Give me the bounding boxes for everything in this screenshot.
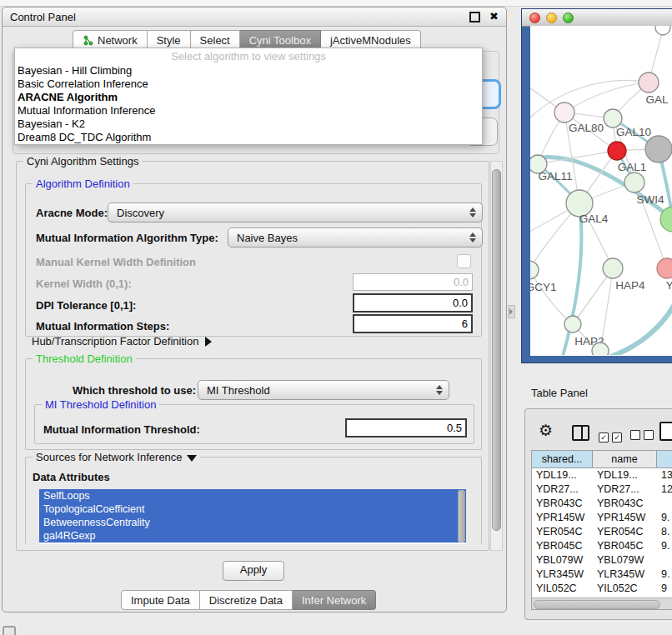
table-row[interactable]: YBL079WYBL079W [532,553,672,568]
mi-steps-input[interactable] [353,314,473,333]
network-icon [83,35,93,46]
dropdown-item-bayesian-hill-climbing[interactable]: Bayesian - Hill Climbing [15,64,482,78]
table-cell: YIL052C [593,582,657,596]
attribute-item-selfloops[interactable]: SelfLoops [39,489,466,502]
network-edge[interactable] [530,270,573,324]
control-panel-titlebar[interactable]: Control Panel ✖ [3,8,506,27]
which-threshold-value: MI Threshold [207,384,270,397]
zoom-traffic-light-icon[interactable] [563,12,574,23]
deselect-all-rows-icon[interactable] [630,428,657,443]
network-node-gal80[interactable] [554,102,574,122]
tab-label: Select [200,34,230,47]
table-row[interactable]: YBR043CYBR043C [532,497,672,511]
tab-impute-data[interactable]: Impute Data [121,590,200,610]
dropdown-item-basic-correlation-inference[interactable]: Basic Correlation Inference [15,78,482,91]
network-node-hap4[interactable] [603,258,623,278]
data-attributes-list[interactable]: SelfLoopsTopologicalCoefficientBetweenne… [39,489,466,544]
apply-button[interactable]: Apply [223,561,284,581]
node-label-gal11: GAL11 [538,170,572,182]
table-cell: YDR27... [532,482,593,497]
close-traffic-light-icon[interactable] [529,12,540,23]
table-cell: 9. [657,539,672,553]
mi-threshold-group-title: MI Threshold Definition [42,398,159,411]
table-row[interactable]: YBR045CYBR045C9. [532,539,672,553]
table-horizontal-scrollbar[interactable] [532,598,672,609]
attribute-item-topologicalcoefficient[interactable]: TopologicalCoefficient [39,502,466,516]
network-view-frame[interactable]: GALGAL80GAL10GAL1GAL11SWI4GAL4GCY1HAP4YH… [521,8,672,363]
column-header-a[interactable]: A [657,451,672,468]
hub-factor-section-toggle[interactable]: Hub/Transcription Factor Definition [32,335,212,348]
network-node-gal10[interactable] [604,109,622,128]
network-node-y[interactable] [657,258,672,278]
network-node[interactable] [592,342,609,355]
network-node-gal[interactable] [639,72,659,92]
table-cell [657,553,672,568]
minimize-traffic-light-icon[interactable] [546,12,557,23]
network-node-swi4[interactable] [624,172,644,192]
select-all-rows-icon[interactable]: ✓✓ [599,428,625,443]
dropdown-item-list: Bayesian - Hill ClimbingBasic Correlatio… [15,64,482,144]
aracne-mode-label: Aracne Mode: [36,207,108,219]
table-cell: YDR27... [593,482,657,497]
which-threshold-select[interactable]: MI Threshold [198,380,449,400]
tab-infer-network[interactable]: Infer Network [293,590,376,610]
table-cell: YIL052C [532,582,593,596]
dropdown-item-aracne-algorithm[interactable]: ARACNE Algorithm [15,91,482,104]
table-row[interactable]: YLR345WYLR345W9. [532,568,672,582]
kernel-width-input[interactable] [353,273,473,291]
table-cell: YDL19... [593,468,657,482]
split-columns-icon[interactable] [572,425,589,441]
mi-threshold-input[interactable] [345,418,467,438]
network-view-titlebar[interactable] [522,9,672,27]
cyni-algorithm-settings-group: Cyni Algorithm Settings Algorithm Defini… [16,161,489,551]
table-cell: YER054C [593,525,657,539]
table-settings-gear-icon[interactable]: ⚙ [539,421,553,440]
table-row[interactable]: YDR27...YDR27...12 [532,482,672,497]
network-canvas[interactable]: GALGAL80GAL10GAL1GAL11SWI4GAL4GCY1HAP4YH… [530,26,672,356]
top-strip [0,0,672,7]
network-edge[interactable] [530,157,672,219]
node-label-gal: GAL [645,93,669,106]
close-window-icon[interactable]: ✖ [489,12,499,22]
collapsed-arrow-icon[interactable] [205,337,212,347]
attribute-item-betweennesscentrality[interactable]: BetweennessCentrality [39,516,466,529]
dpi-tolerance-input[interactable] [353,293,473,312]
network-node-gcy1[interactable] [530,261,539,279]
mi-algorithm-type-select[interactable]: Naive Bayes [228,228,483,248]
aracne-mode-select[interactable]: Discovery [108,202,483,222]
sources-group-title[interactable]: Sources for Network Inference [33,451,200,463]
control-panel-tabs: NetworkStyleSelectCyni ToolboxjActiveMNo… [73,30,421,48]
table-cell: YPR145W [593,511,657,525]
attribute-item-gal4rgexp[interactable]: gal4RGexp [39,529,466,542]
combo-stepper-icon [469,203,476,222]
network-node[interactable] [655,26,670,35]
table-row[interactable]: YPR145WYPR145W9. [532,511,672,525]
dropdown-item-bayesian-k2[interactable]: Bayesian - K2 [15,118,482,131]
dropdown-item-dream8-dc-tdc-algorithm[interactable]: Dream8 DC_TDC Algorithm [15,131,482,144]
mi-threshold-label: Mutual Information Threshold: [43,423,200,436]
manual-kernel-checkbox[interactable] [457,254,471,268]
column-header-name[interactable]: name [593,451,657,468]
tab-discretize-data[interactable]: Discretize Data [200,590,293,610]
network-node-gal1[interactable] [608,142,626,160]
network-graph[interactable]: GALGAL80GAL10GAL1GAL11SWI4GAL4GCY1HAP4YH… [530,26,672,355]
expanded-arrow-icon[interactable] [187,455,197,462]
collapsed-panel-icon[interactable] [3,626,16,635]
table-body: YDL19...YDL19...13YDR27...YDR27...12YBR0… [532,468,672,596]
network-node-hap2[interactable] [564,316,581,332]
node-label-gal1: GAL1 [618,161,647,173]
network-node[interactable] [645,136,672,162]
dpi-tolerance-label: DPI Tolerance [0,1]: [36,299,136,312]
network-edge[interactable] [564,82,649,112]
table-row[interactable]: YIL052CYIL052C9 [532,582,672,596]
new-table-icon[interactable] [659,422,672,441]
table-row[interactable]: YER054CYER054C8. [532,525,672,539]
dropdown-item-mutual-information-inference[interactable]: Mutual Information Inference [15,104,482,118]
settings-scrollbar[interactable] [490,161,503,551]
float-window-icon[interactable] [469,12,480,22]
column-header-shared-[interactable]: shared... [532,451,593,468]
attributes-scrollbar[interactable] [458,490,465,542]
mi-type-label: Mutual Information Algorithm Type: [36,232,218,244]
table-row[interactable]: YDL19...YDL19...13 [532,468,672,482]
panel-splitter-handle[interactable] [508,305,515,318]
